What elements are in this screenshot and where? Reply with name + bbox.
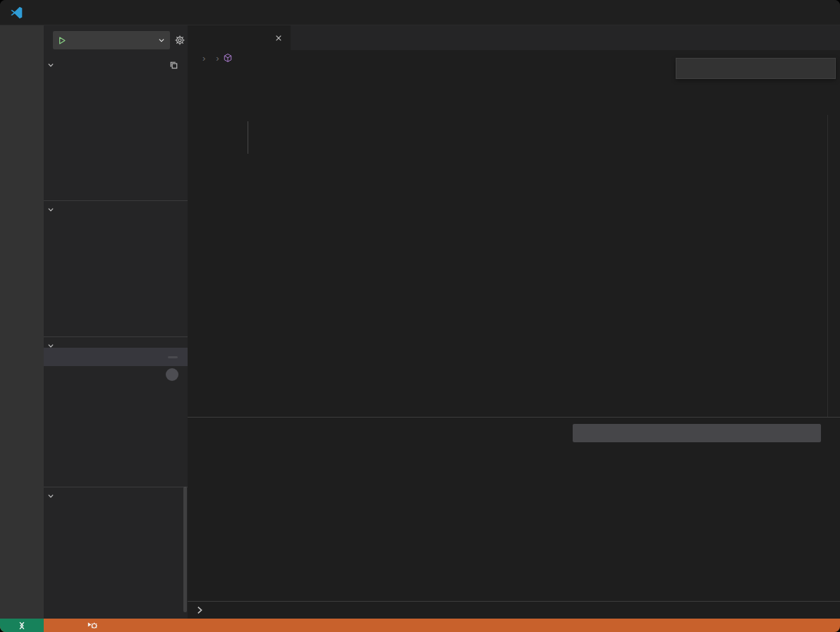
launch-config-dropdown[interactable] [53,31,170,49]
vscode-logo-icon [9,6,23,20]
session-badge [166,368,178,381]
workbench: › › [0,25,840,619]
debug-status-icon[interactable] [82,619,103,632]
debug-console-output[interactable] [188,449,840,454]
bug-play-icon [87,620,98,631]
breakpoints-section-header[interactable] [44,487,188,504]
vscode-window: › › [0,0,840,632]
titlebar [0,0,840,25]
close-icon[interactable] [274,33,284,43]
watch-section-header[interactable] [44,200,188,217]
panel-header [188,418,840,449]
chevron-right-icon: › [216,53,219,63]
filter-input[interactable] [573,424,821,442]
editor-tab-bar [188,25,840,50]
editor-and-panel: › › [188,25,840,619]
symbol-method-icon [223,53,233,63]
editor-group: › › [188,25,840,417]
debug-launch-row [44,25,188,55]
bottom-panel [188,417,840,619]
remote-indicator[interactable] [0,619,44,632]
remote-icon [17,621,27,631]
chevron-down-icon [157,36,166,44]
ports-status[interactable] [65,619,75,632]
tab-main.c[interactable] [188,25,291,50]
copy-value-icon[interactable] [169,60,179,71]
editor-actions [830,25,840,50]
chevron-right-icon: › [202,53,205,63]
chevron-down-icon [47,61,55,69]
activity-bar [0,25,44,619]
chevron-right-icon [195,605,205,615]
debug-console-input[interactable] [188,601,840,619]
code-editor[interactable] [188,66,840,417]
indent-guide [248,121,248,154]
call-stack-frame[interactable] [44,348,188,366]
debug-gear-icon[interactable] [174,35,185,46]
start-debugging-icon [57,36,66,45]
sidebar-scrollbar[interactable] [183,487,187,612]
run-and-debug-sidebar [44,25,188,619]
chevron-down-icon [47,492,55,500]
debug-toolbar [676,58,836,79]
problems-status[interactable] [47,619,56,632]
chevron-down-icon [47,205,55,214]
variables-section-header[interactable] [44,56,188,73]
status-bar [0,619,840,632]
frame-line-column-badge [168,356,178,358]
